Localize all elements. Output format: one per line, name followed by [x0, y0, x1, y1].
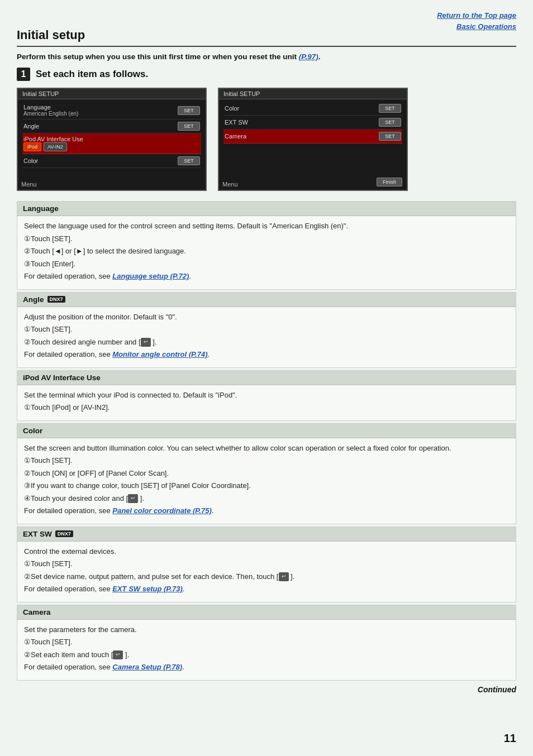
language-set-btn[interactable]: SET: [178, 106, 200, 115]
screen-row-ipod: iPod AV Interface Use iPod AV-IN2: [22, 133, 201, 154]
angle-step1: ①Touch [SET].: [24, 324, 509, 335]
back-icon-color: ↩: [128, 494, 138, 503]
ext-sw-detail: For detailed operation, see EXT SW setup…: [24, 583, 509, 595]
language-setup-link[interactable]: Language setup (P.72): [112, 272, 189, 280]
section-color: Color Set the screen and button illumina…: [17, 423, 516, 524]
camera-section-title: Camera: [23, 608, 51, 616]
section-header-ipod-av: iPod AV Interface Use: [17, 371, 516, 385]
screen-row-camera: Camera SET: [223, 130, 402, 143]
sections-container: Language Select the language used for th…: [17, 201, 516, 681]
screen-row-color-right: Color SET: [223, 102, 402, 116]
lang-detail: For detailed operation, see Language set…: [24, 271, 509, 282]
ipod-btn[interactable]: iPod: [23, 142, 41, 151]
screen-row-color-left: Color SET: [22, 154, 201, 168]
section-body-color: Set the screen and button illumination c…: [17, 438, 516, 524]
continued-label: Continued: [17, 685, 516, 694]
color-desc: Set the screen and button illumination c…: [24, 443, 509, 454]
section-header-camera: Camera: [17, 605, 516, 619]
section-body-ext-sw: Control the external devices. ①Touch [SE…: [17, 541, 516, 602]
ext-sw-set-btn[interactable]: SET: [379, 118, 401, 127]
screen-right-menu[interactable]: Menu: [222, 181, 238, 188]
angle-section-title: Angle: [23, 295, 44, 304]
step-number: 1: [17, 68, 30, 81]
section-header-color: Color: [17, 424, 516, 438]
ipod-label: iPod AV Interface Use: [23, 136, 200, 142]
screen-left-content: Language American English (en) SET Angle…: [18, 99, 206, 170]
back-icon-camera: ↩: [113, 650, 123, 659]
color-label-left: Color: [23, 157, 178, 164]
intro-text-content: Perform this setup when you use this uni…: [17, 52, 299, 61]
screen-row-ext-sw: EXT SW SET: [223, 116, 402, 130]
ext-sw-link[interactable]: EXT SW setup (P.73): [112, 585, 182, 593]
camera-step2: ②Set each item and touch [↩ ].: [24, 649, 509, 661]
screen-right: Initial SETUP Color SET EXT SW SET Camer…: [218, 88, 408, 191]
intro-text: Perform this setup when you use this uni…: [17, 52, 516, 61]
section-body-ipod-av: Set the terminal which your iPod is conn…: [17, 385, 516, 420]
camera-detail: For detailed operation, see Camera Setup…: [24, 662, 509, 673]
angle-detail: For detailed operation, see Monitor angl…: [24, 349, 509, 360]
color-detail: For detailed operation, see Panel color …: [24, 505, 509, 516]
camera-desc: Set the parameters for the camera.: [24, 624, 509, 635]
camera-step1: ①Touch [SET].: [24, 637, 509, 648]
page-number: 11: [504, 732, 516, 745]
ext-sw-desc: Control the external devices.: [24, 546, 509, 557]
section-header-ext-sw: EXT SW DNX7: [17, 527, 516, 541]
screen-right-content: Color SET EXT SW SET Camera SET: [219, 99, 407, 146]
section-header-language: Language: [17, 202, 516, 216]
camera-setup-link[interactable]: Camera Setup (P.78): [112, 663, 182, 671]
angle-step2: ②Touch desired angle number and [↩ ].: [24, 337, 509, 348]
color-step4: ④Touch your desired color and [↩ ].: [24, 493, 509, 504]
screen-right-title: Initial SETUP: [219, 89, 407, 99]
language-value: American English (en): [23, 111, 174, 117]
screen-left: Initial SETUP Language American English …: [17, 88, 207, 191]
section-angle: Angle DNX7 Adjust the position of the mo…: [17, 292, 516, 368]
return-top-page-link[interactable]: Return to the Top page: [437, 10, 516, 21]
lang-desc: Select the language used for the control…: [24, 221, 509, 232]
angle-set-btn[interactable]: SET: [178, 122, 200, 131]
section-ext-sw: EXT SW DNX7 Control the external devices…: [17, 527, 516, 602]
step-label: Set each item as follows.: [36, 69, 148, 80]
page: Return to the Top page Basic Operations …: [0, 0, 533, 756]
color-step3: ③If you want to change color, touch [SET…: [24, 480, 509, 491]
ext-sw-badge: DNX7: [55, 530, 73, 537]
ext-sw-section-title: EXT SW: [23, 530, 52, 538]
section-language: Language Select the language used for th…: [17, 201, 516, 290]
color-step2: ②Touch [ON] or [OFF] of [Panel Color Sca…: [24, 468, 509, 479]
panel-color-link[interactable]: Panel color coordinate (P.75): [112, 506, 211, 515]
camera-label: Camera: [225, 133, 379, 140]
top-right-links: Return to the Top page Basic Operations: [437, 10, 516, 32]
p97-link[interactable]: (P.97): [299, 52, 318, 61]
language-label: Language: [23, 104, 178, 111]
color-label-right: Color: [225, 105, 379, 112]
screen-row-language: Language American English (en) SET: [22, 102, 201, 119]
basic-operations-link[interactable]: Basic Operations: [437, 21, 516, 32]
av-in2-btn[interactable]: AV-IN2: [44, 142, 67, 151]
ipod-av-section-title: iPod AV Interface Use: [23, 374, 101, 382]
color-step1: ①Touch [SET].: [24, 455, 509, 466]
angle-badge: DNX7: [47, 296, 65, 303]
step-header: 1 Set each item as follows.: [17, 68, 516, 81]
ext-sw-step1: ①Touch [SET].: [24, 558, 509, 570]
back-icon-angle: ↩: [141, 338, 151, 347]
color-section-title: Color: [23, 427, 42, 435]
ipod-av-desc: Set the terminal which your iPod is conn…: [24, 390, 509, 401]
section-camera: Camera Set the parameters for the camera…: [17, 605, 516, 681]
angle-label: Angle: [23, 123, 178, 130]
camera-set-btn[interactable]: SET: [379, 132, 401, 141]
screen-left-menu[interactable]: Menu: [21, 181, 37, 188]
finish-btn[interactable]: Finish: [377, 178, 402, 186]
section-body-language: Select the language used for the control…: [17, 216, 516, 289]
screen-left-title: Initial SETUP: [18, 89, 206, 99]
color-set-btn-left[interactable]: SET: [178, 156, 200, 165]
screenshots-row: Initial SETUP Language American English …: [17, 88, 516, 191]
section-header-angle: Angle DNX7: [17, 293, 516, 307]
monitor-angle-link[interactable]: Monitor angle control (P.74): [112, 350, 207, 358]
ext-sw-step2: ②Set device name, output pattern, and pu…: [24, 571, 509, 582]
ext-sw-label: EXT SW: [225, 119, 379, 126]
section-ipod-av: iPod AV Interface Use Set the terminal w…: [17, 370, 516, 421]
lang-step1: ①Touch [SET].: [24, 233, 509, 245]
color-set-btn-right[interactable]: SET: [379, 104, 401, 113]
back-icon-ext-sw: ↩: [279, 572, 289, 581]
section-body-camera: Set the parameters for the camera. ①Touc…: [17, 619, 516, 680]
angle-desc: Adjust the position of the monitor. Defa…: [24, 312, 509, 323]
